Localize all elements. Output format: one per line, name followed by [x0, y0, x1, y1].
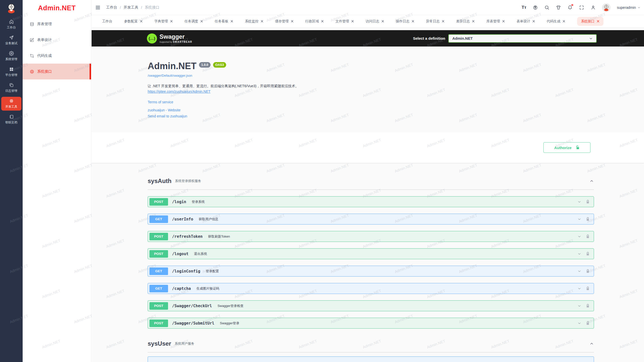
- authorize-button[interactable]: Authorize: [543, 142, 590, 153]
- endpoint-row-checkurl[interactable]: POST /Swagger/CheckUrl Swagger登录检查: [148, 300, 594, 311]
- tab-label: 工作台: [102, 19, 112, 24]
- tab-system-api-active[interactable]: 系统接口: [577, 17, 603, 26]
- endpoint-summary: 登录系统: [192, 200, 205, 204]
- tab[interactable]: 库表管理: [487, 19, 505, 24]
- close-icon[interactable]: [230, 20, 233, 23]
- language-icon[interactable]: [533, 5, 538, 10]
- chevron-down-icon[interactable]: [577, 252, 581, 256]
- breadcrumb-item[interactable]: 开发工具: [124, 5, 138, 10]
- fullscreen-icon[interactable]: [579, 5, 584, 10]
- user-menu[interactable]: superadmin: [617, 6, 640, 10]
- close-icon[interactable]: [200, 20, 203, 23]
- endpoint-row-loginconfig[interactable]: GET /loginConfig 登录配置: [148, 266, 594, 277]
- scheme-container: Authorize: [92, 132, 644, 163]
- notifications-icon[interactable]: [567, 5, 573, 10]
- tab[interactable]: 代码生成: [547, 19, 565, 24]
- breadcrumb-item[interactable]: 工作台: [106, 5, 117, 10]
- endpoint-row-userinfo[interactable]: GET /userInfo 获取用户信息: [148, 214, 594, 224]
- lock-icon[interactable]: [586, 269, 590, 274]
- lock-icon[interactable]: [586, 217, 590, 221]
- tab-workbench[interactable]: 工作台: [102, 19, 112, 24]
- tab[interactable]: 差异日志: [456, 19, 475, 24]
- close-icon[interactable]: [261, 20, 263, 23]
- email-link[interactable]: Send email to zuohuaijun: [148, 114, 594, 118]
- chevron-down-icon[interactable]: [577, 217, 581, 221]
- lock-icon[interactable]: [586, 200, 590, 204]
- rail-item-help-docs[interactable]: 帮助文档: [0, 112, 23, 127]
- section-sysuser-header[interactable]: sysUser 系统用户服务: [148, 340, 594, 352]
- chevron-down-icon[interactable]: [577, 287, 581, 291]
- tab[interactable]: 缓存管理: [275, 19, 294, 24]
- endpoint-row-login[interactable]: POST /login 登录系统: [148, 196, 594, 207]
- chevron-up-icon[interactable]: [589, 341, 594, 346]
- chevron-down-icon[interactable]: [577, 269, 581, 273]
- endpoint-row-logout[interactable]: POST /logout 退出系统: [148, 248, 594, 259]
- lock-icon[interactable]: [586, 321, 590, 326]
- tab[interactable]: 行政区域: [305, 19, 324, 24]
- tab-label: 字典管理: [154, 19, 168, 24]
- close-icon[interactable]: [442, 20, 445, 23]
- chevron-down-icon[interactable]: [577, 235, 581, 239]
- user-outline-icon[interactable]: [590, 5, 596, 10]
- rail-item-dev-tools[interactable]: 开发工具: [1, 97, 21, 111]
- method-badge: POST: [149, 320, 168, 327]
- tab[interactable]: 异常日志: [426, 19, 445, 24]
- close-icon[interactable]: [170, 20, 173, 23]
- terms-link[interactable]: Terms of service: [148, 100, 594, 104]
- selected-definition: Admin.NET: [452, 36, 473, 40]
- rail-item-log-mgmt[interactable]: 日志管理: [0, 80, 23, 96]
- app-logo[interactable]: [0, 0, 23, 17]
- collapse-menu-icon[interactable]: [95, 5, 101, 10]
- tab[interactable]: 任务调度: [185, 19, 203, 24]
- tab[interactable]: 参数配置: [124, 19, 143, 24]
- rail-item-system-mgmt[interactable]: 系统管理: [0, 48, 23, 64]
- tab[interactable]: 访问日志: [366, 19, 384, 24]
- close-icon[interactable]: [381, 20, 384, 23]
- spec-url-link[interactable]: /swagger/Default/swagger.json: [148, 74, 594, 77]
- theme-icon[interactable]: [556, 5, 561, 10]
- definition-select[interactable]: Admin.NET: [448, 34, 597, 43]
- lock-icon[interactable]: [586, 234, 590, 239]
- section-sysauth-header[interactable]: sysAuth 系统登录授权服务: [148, 177, 594, 190]
- sidebar-item-form-design[interactable]: 表单设计: [23, 32, 91, 48]
- close-icon[interactable]: [321, 20, 324, 23]
- tab[interactable]: 文件管理: [336, 19, 354, 24]
- chevron-down-icon[interactable]: [577, 321, 581, 325]
- search-icon[interactable]: [544, 5, 549, 10]
- chevron-up-icon[interactable]: [589, 179, 594, 183]
- close-icon[interactable]: [562, 20, 565, 23]
- lock-icon[interactable]: [586, 304, 590, 308]
- rail-item-business-test[interactable]: 业务测试: [0, 32, 23, 48]
- endpoint-row-partial[interactable]: [148, 356, 594, 362]
- endpoint-row-refreshtoken[interactable]: POST /refreshToken 获取刷新Token: [148, 231, 594, 242]
- avatar[interactable]: [602, 3, 611, 12]
- rail-item-workbench[interactable]: 工作台: [0, 17, 23, 32]
- close-icon[interactable]: [412, 20, 414, 23]
- endpoint-row-submiturl[interactable]: POST /Swagger/SubmitUrl Swagger登录: [148, 318, 594, 329]
- contact-link[interactable]: zuohuaijun - Website: [148, 108, 594, 112]
- close-icon[interactable]: [597, 20, 599, 23]
- sidebar-item-table-mgmt[interactable]: 库表管理: [23, 16, 91, 32]
- close-icon[interactable]: [140, 20, 143, 23]
- lock-icon[interactable]: [586, 252, 590, 256]
- tab[interactable]: 字典管理: [154, 19, 173, 24]
- tab[interactable]: 任务看板: [215, 19, 233, 24]
- sidebar-item-code-gen[interactable]: 代码生成: [23, 48, 91, 64]
- close-icon[interactable]: [351, 20, 354, 23]
- close-icon[interactable]: [472, 20, 475, 23]
- chevron-down-icon[interactable]: [577, 200, 581, 204]
- close-icon[interactable]: [532, 20, 535, 23]
- close-icon[interactable]: [291, 20, 294, 23]
- lock-icon[interactable]: [586, 286, 590, 291]
- endpoint-row-captcha[interactable]: GET /captcha 生成图片验证码: [148, 283, 594, 294]
- tab[interactable]: 系统监控: [245, 19, 263, 24]
- select-definition-label: Select a definition: [413, 36, 445, 40]
- tab[interactable]: 操作日志: [396, 19, 414, 24]
- close-icon[interactable]: [502, 20, 505, 23]
- font-size-icon[interactable]: Tᴛ: [522, 5, 527, 10]
- rail-item-platform-mgmt[interactable]: 平台管理: [0, 64, 23, 80]
- tab[interactable]: 表单设计: [517, 19, 535, 24]
- chevron-down-icon[interactable]: [577, 304, 581, 308]
- sidebar-item-system-api[interactable]: 系统接口: [23, 64, 91, 79]
- repo-link[interactable]: https://gitee.com/zuohuaijun/Admin.NET: [148, 89, 594, 94]
